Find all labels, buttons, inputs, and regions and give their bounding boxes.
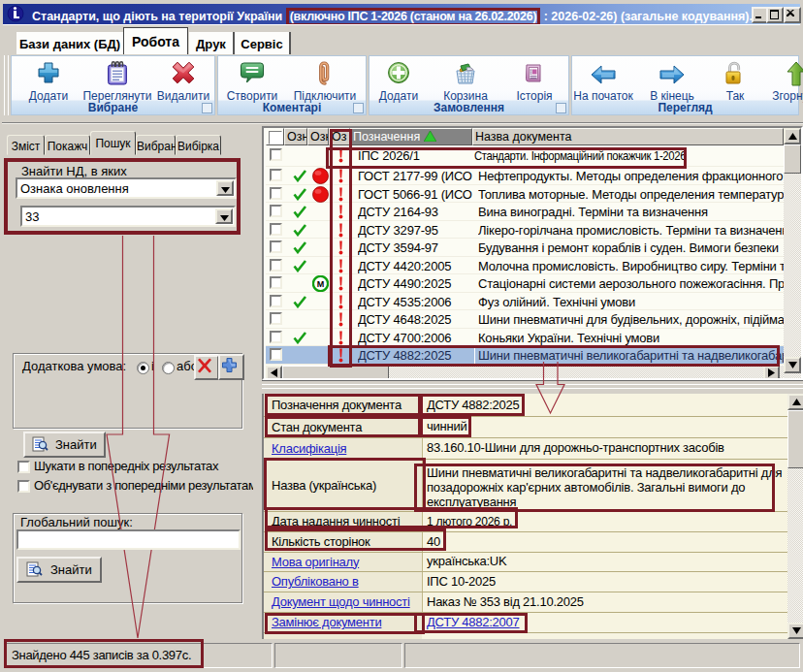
svg-text:M: M (317, 279, 325, 289)
